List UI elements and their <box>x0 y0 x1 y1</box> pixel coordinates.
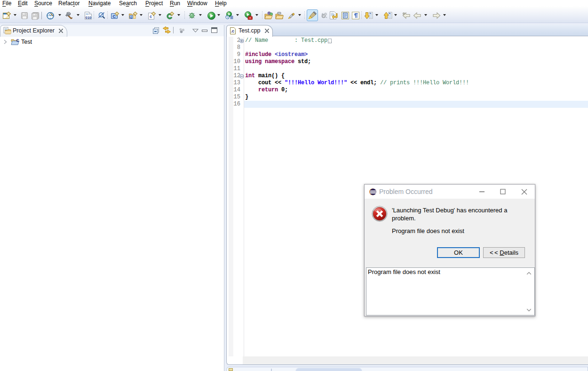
svg-text:c: c <box>150 14 152 19</box>
svg-text:c: c <box>130 15 132 19</box>
svg-text:C: C <box>16 38 19 43</box>
svg-text:.c: .c <box>231 29 235 33</box>
svg-text:C: C <box>113 14 116 19</box>
svg-text:010: 010 <box>86 16 92 20</box>
